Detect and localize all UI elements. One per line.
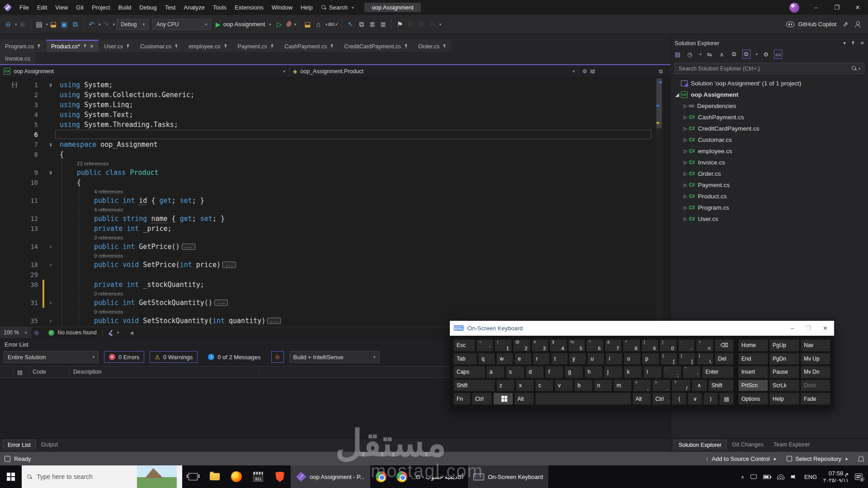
collapsed-arrow-icon[interactable]: ▷ [682, 149, 689, 154]
osk-key-[interactable]: ⟨ [672, 393, 686, 405]
tab-Programcs[interactable]: Program.cs [0, 40, 46, 52]
solution-configuration-dropdown[interactable]: Debug▾ [117, 19, 149, 30]
fold-icon[interactable]: ∨ [44, 168, 57, 178]
pin-icon[interactable] [175, 44, 178, 49]
language-indicator[interactable]: ENG [804, 474, 817, 480]
tree-item-customarcs[interactable]: ▷C#Customar.cs [671, 134, 868, 145]
undo-icon[interactable]: ↶ [87, 19, 97, 30]
pin-icon[interactable] [330, 44, 334, 49]
panel-tab-output[interactable]: Output [37, 440, 63, 450]
osk-key-dock[interactable]: Dock [801, 380, 830, 392]
osk-key-q[interactable]: q [478, 353, 495, 365]
tab-employeecs[interactable]: employee.cs [184, 40, 232, 52]
osk-key-[interactable]: ~` [476, 339, 494, 352]
column-header-code[interactable]: Code [29, 366, 70, 377]
collapsed-arrow-icon[interactable]: ▷ [682, 126, 689, 131]
osk-key-n[interactable]: n [594, 380, 612, 392]
brave-button[interactable] [269, 465, 291, 488]
collapsed-arrow-icon[interactable]: ▷ [682, 115, 689, 120]
solution-explorer-home-icon[interactable]: ⌂ [313, 19, 323, 30]
osk-key-nav[interactable]: Nav [801, 339, 830, 352]
code-line[interactable]: 6 [0, 130, 670, 140]
code-line[interactable]: 1∨using System; [0, 80, 670, 90]
osk-key-6[interactable]: ^6 [586, 339, 604, 352]
osk-key-[interactable]: ⌫ [715, 339, 734, 352]
osk-key-4[interactable]: $4 [550, 339, 567, 352]
osk-key-e[interactable]: e [514, 353, 531, 365]
open-file-icon[interactable]: ⬓ [48, 19, 58, 30]
collapsed-region[interactable]: ... [267, 318, 281, 324]
osk-key-shift[interactable]: Shift [453, 380, 495, 392]
pin-icon[interactable] [83, 44, 87, 49]
code-line[interactable]: 7∨namespace oop_Assignment [0, 140, 670, 150]
osk-key-b[interactable]: b [574, 380, 592, 392]
action-center-icon[interactable]: ٥ [855, 474, 863, 480]
tab-Usercs[interactable]: User.cs [99, 40, 135, 52]
close-button[interactable]: ✕ [847, 0, 868, 15]
tree-item-dependencies[interactable]: ▷Dependencies [671, 100, 868, 112]
sync-with-active-document-icon[interactable]: ▤ [674, 50, 682, 59]
task-view-button[interactable] [182, 465, 204, 488]
type-dropdown[interactable]: ◈ oop_Assignment.Product ▾ [289, 65, 579, 77]
project-dropdown[interactable]: C# oop Assignment ▾ [0, 65, 289, 77]
menu-help[interactable]: Help [297, 0, 317, 15]
tab-Invoicecs[interactable]: Invoice.cs [0, 52, 35, 64]
solution-search-input[interactable]: Search Solution Explorer (Ctrl+;) ▾ [675, 63, 864, 74]
osk-key-g[interactable]: g [565, 366, 583, 378]
osk-key-[interactable]: {[ [660, 353, 677, 365]
osk-key-[interactable]: ⟩ [703, 393, 718, 405]
osk-key-[interactable]: += [696, 339, 713, 352]
osk-key-x[interactable]: x [516, 380, 534, 392]
tab-CreditCardPaymentcs[interactable]: CreditCardPayment.cs [339, 40, 413, 52]
codelens-row[interactable]: 22 references [0, 160, 670, 168]
code-line[interactable]: 31›public int GetStockQuantity()... [0, 298, 670, 308]
codelens-row[interactable]: 0 references [0, 252, 670, 260]
expanded-arrow-icon[interactable]: ◢ [674, 92, 681, 97]
hot-reload-icon[interactable] [285, 20, 292, 28]
nesting-toggle-icon[interactable]: ⧉ [742, 50, 750, 59]
start-button[interactable] [0, 465, 22, 488]
tab-Paymentcs[interactable]: Payment.cs [233, 40, 279, 52]
osk-key-mvdn[interactable]: Mv Dn [801, 366, 830, 378]
osk-key-h[interactable]: h [585, 366, 603, 378]
osk-key-y[interactable]: y [569, 353, 586, 365]
osk-key-[interactable]: ∧ [692, 380, 707, 392]
osk-key-end[interactable]: End [738, 353, 768, 365]
panel-tab-team-explorer[interactable]: Team Explorer [769, 440, 815, 450]
fold-icon[interactable]: › [44, 316, 57, 326]
codelens-row[interactable]: 0 references [0, 308, 670, 316]
next-bookmark-icon[interactable]: ⚐ [416, 19, 426, 30]
panel-tab-solution-explorer[interactable]: Solution Explorer [674, 440, 726, 450]
osk-key-t[interactable]: t [551, 353, 568, 365]
tree-item-employeecs[interactable]: ▷C#employee.cs [671, 145, 868, 157]
notifications-bell-icon[interactable] [859, 456, 863, 460]
switch-views-icon[interactable]: ⇆ [706, 50, 714, 59]
fold-icon[interactable]: › [44, 260, 57, 270]
errors-filter-button[interactable]: ✕0 Errors [104, 351, 144, 363]
tablet-mode-icon[interactable] [750, 474, 757, 479]
osk-key-insert[interactable]: Insert [738, 366, 768, 378]
pin-icon[interactable] [126, 44, 130, 49]
osk-key-c[interactable]: c [535, 380, 553, 392]
osk-key-alt[interactable]: Alt [632, 393, 651, 405]
format-document-icon[interactable]: ⧉ [356, 19, 366, 30]
osk-key-[interactable]: <, [633, 380, 651, 392]
code-line[interactable]: 9∨public class Product [0, 168, 670, 178]
osk-key-j[interactable]: j [604, 366, 622, 378]
code-editor[interactable]: {▫} 1∨using System;2using System.Collect… [0, 78, 670, 327]
osk-maximize-button[interactable]: ❐ [806, 325, 811, 332]
cursor-select-icon[interactable]: ↖ [345, 19, 355, 30]
panel-tab-error-list[interactable]: Error List [3, 440, 36, 450]
properties-wrench-icon[interactable]: ⚙ [762, 50, 770, 59]
osk-key-prtscn[interactable]: PrtScn [738, 380, 768, 392]
collapsed-region[interactable]: ... [182, 244, 195, 250]
navigate-back-icon[interactable]: ⊖ [3, 19, 13, 30]
osk-key-k[interactable]: k [624, 366, 642, 378]
osk-key-[interactable]: -- [678, 339, 695, 352]
osk-key-[interactable]: |\ [697, 353, 713, 365]
code-line[interactable]: 13private int _price; [0, 224, 670, 234]
osk-key-u[interactable]: u [587, 353, 604, 365]
code-line[interactable]: 30private int _stockQuantity; [0, 280, 670, 290]
osk-key-[interactable]: ▤ [719, 393, 734, 405]
redo-icon[interactable]: ↷ [101, 19, 111, 30]
